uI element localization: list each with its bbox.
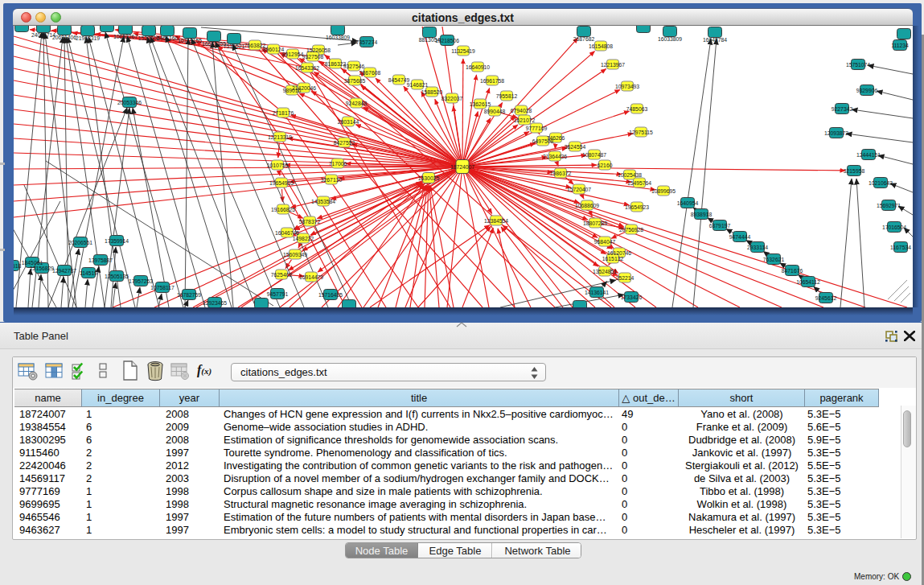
svg-text:17957253: 17957253: [129, 278, 153, 284]
svg-text:717006: 717006: [329, 161, 347, 167]
svg-text:8938918: 8938918: [691, 212, 713, 217]
svg-text:7625402: 7625402: [271, 272, 293, 278]
svg-text:1733426: 1733426: [621, 295, 643, 300]
svg-text:9327508: 9327508: [302, 54, 324, 60]
svg-text:16782759: 16782759: [177, 292, 201, 298]
svg-text:15692971: 15692971: [877, 203, 901, 208]
svg-text:21963319: 21963319: [76, 35, 100, 41]
svg-text:9227342: 9227342: [832, 106, 853, 112]
svg-text:9474444: 9474444: [729, 234, 751, 240]
svg-text:21420046: 21420046: [292, 85, 316, 91]
svg-text:16154808: 16154808: [589, 43, 613, 49]
svg-text:20691406: 20691406: [52, 35, 76, 40]
svg-text:1167534: 1167534: [890, 245, 911, 250]
svg-text:16543362: 16543362: [295, 65, 319, 71]
svg-text:114519: 114519: [80, 270, 97, 276]
svg-text:15720407: 15720407: [567, 187, 591, 192]
svg-text:111234: 111234: [891, 43, 909, 48]
svg-text:7357274: 7357274: [356, 39, 378, 45]
svg-text:21364436: 21364436: [543, 154, 567, 159]
svg-text:391518: 391518: [14, 263, 22, 269]
svg-text:12213967: 12213967: [601, 62, 625, 68]
svg-text:9777169: 9777169: [526, 126, 548, 131]
svg-text:3215958: 3215958: [844, 168, 865, 174]
svg-text:3267130: 3267130: [321, 177, 343, 183]
svg-text:2867608: 2867608: [359, 70, 381, 76]
svg-text:16046745: 16046745: [275, 230, 299, 236]
svg-text:10210643: 10210643: [869, 180, 893, 186]
svg-text:6379197: 6379197: [709, 223, 731, 229]
svg-text:12156829: 12156829: [30, 266, 54, 271]
svg-text:12975115: 12975115: [629, 130, 653, 135]
svg-text:1615132: 1615132: [602, 256, 624, 262]
svg-text:7955812: 7955812: [496, 93, 518, 99]
svg-text:8427552: 8427552: [334, 140, 355, 146]
svg-text:7986372: 7986372: [550, 171, 572, 176]
svg-text:1640954: 1640954: [677, 200, 699, 206]
svg-text:16914479: 16914479: [299, 274, 323, 280]
svg-text:1498222: 1498222: [293, 236, 314, 241]
svg-text:16033809: 16033809: [326, 35, 350, 40]
svg-text:8912954: 8912954: [282, 51, 304, 57]
svg-text:9245612: 9245612: [815, 295, 837, 301]
svg-text:12384554: 12384554: [484, 218, 508, 224]
svg-text:18807289: 18807289: [583, 220, 607, 226]
svg-text:7515521: 7515521: [224, 43, 245, 49]
svg-text:2933114: 2933114: [747, 245, 768, 250]
svg-text:1010755: 1010755: [267, 163, 289, 168]
svg-text:15751074: 15751074: [846, 62, 870, 68]
svg-text:15226058: 15226058: [306, 47, 331, 53]
svg-text:15716485: 15716485: [318, 292, 343, 298]
svg-text:8322037: 8322037: [441, 96, 463, 101]
svg-text:5878372: 5878372: [299, 219, 321, 225]
svg-text:9457791: 9457791: [267, 291, 289, 297]
svg-text:6794028: 6794028: [511, 108, 532, 113]
svg-text:10719155: 10719155: [178, 38, 202, 43]
svg-text:1621072: 1621072: [514, 117, 536, 123]
svg-text:10025438: 10025438: [618, 172, 642, 178]
svg-text:12942737: 12942737: [52, 268, 76, 274]
svg-text:2803144: 2803144: [338, 119, 359, 125]
svg-text:14136141: 14136141: [585, 290, 609, 295]
svg-text:10758117: 10758117: [150, 285, 175, 290]
svg-text:16640910: 16640910: [466, 64, 490, 70]
svg-text:10654112: 10654112: [796, 279, 820, 285]
svg-text:18724007: 18724007: [450, 164, 474, 170]
svg-text:62160: 62160: [598, 163, 613, 168]
svg-text:20206551: 20206551: [68, 240, 92, 245]
svg-text:17016504: 17016504: [882, 225, 906, 230]
svg-text:19218506: 19218506: [435, 38, 459, 43]
svg-text:20053346: 20053346: [117, 100, 142, 105]
svg-text:19654955: 19654955: [269, 180, 294, 186]
svg-text:19166825: 19166825: [271, 207, 295, 212]
svg-text:15609349: 15609349: [283, 252, 307, 257]
svg-text:8990448: 8990448: [484, 109, 506, 114]
svg-text:9146821: 9146821: [407, 82, 429, 88]
svg-text:2687682: 2687682: [573, 36, 595, 42]
svg-text:10899695: 10899695: [651, 188, 676, 194]
svg-text:1362615: 1362615: [470, 101, 491, 107]
svg-text:12444151: 12444151: [856, 152, 881, 158]
svg-text:16648784: 16648784: [703, 37, 727, 43]
svg-text:746266: 746266: [547, 135, 565, 141]
svg-text:9684047: 9684047: [594, 239, 616, 245]
svg-text:9242848: 9242848: [346, 101, 368, 106]
svg-text:252214: 252214: [616, 275, 634, 281]
svg-text:10688609: 10688609: [575, 203, 599, 208]
svg-text:17359914: 17359914: [105, 238, 129, 244]
svg-text:9327546: 9327546: [343, 64, 365, 69]
svg-text:8960124: 8960124: [263, 47, 285, 52]
svg-text:16961758: 16961758: [480, 78, 504, 84]
svg-text:14353584: 14353584: [311, 199, 335, 204]
svg-text:16671355: 16671355: [202, 41, 226, 47]
svg-text:16033809: 16033809: [658, 36, 682, 42]
svg-text:10653267: 10653267: [113, 34, 138, 39]
svg-text:13975887: 13975887: [88, 257, 113, 263]
svg-text:12505135: 12505135: [105, 274, 129, 279]
svg-text:15495764: 15495764: [627, 180, 651, 186]
svg-text:12093872: 12093872: [824, 130, 848, 136]
svg-text:20756928: 20756928: [619, 227, 643, 233]
svg-text:10807487: 10807487: [582, 152, 606, 158]
svg-text:9329906: 9329906: [856, 88, 878, 93]
svg-text:13524851: 13524851: [593, 269, 617, 274]
